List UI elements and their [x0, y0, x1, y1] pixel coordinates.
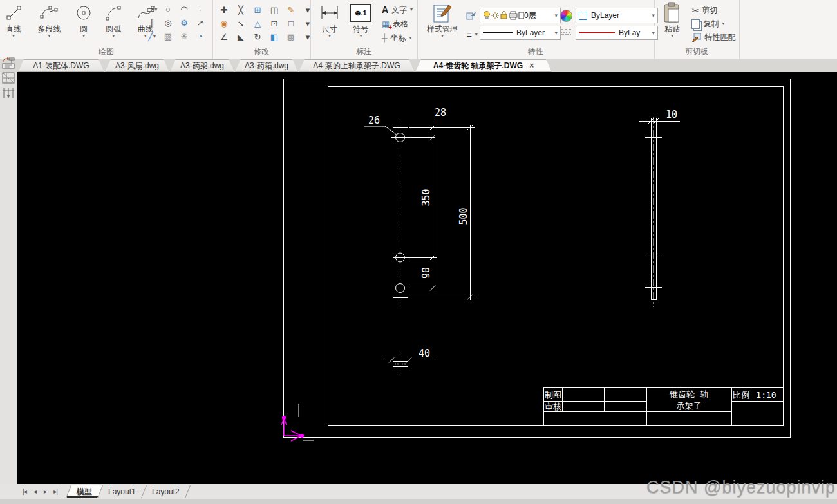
polyline-icon — [39, 1, 59, 24]
line-tool-button[interactable]: 直线 ▾ — [0, 1, 27, 45]
side-tool-icon-2[interactable] — [1, 71, 15, 84]
paste-button[interactable]: 粘贴 ▾ — [658, 1, 686, 45]
table-icon: ▦+ — [382, 19, 390, 29]
linetype-value: ByLay — [619, 28, 640, 37]
pointer-tool[interactable]: ↗ — [193, 16, 208, 30]
color-dropdown[interactable]: ByLayer ▾ — [576, 8, 658, 23]
circle-icon — [75, 1, 93, 24]
chevron-down-icon: ▾ — [671, 33, 673, 39]
dim-28: 28 — [435, 107, 446, 118]
stretch-tool[interactable]: ◫ — [267, 3, 282, 17]
doc-tab-2-label: A3-药架.dwg — [170, 59, 234, 72]
ellipse-tool[interactable]: ○ — [160, 3, 176, 16]
point-tool[interactable]: · — [193, 3, 208, 16]
doc-tab-3[interactable]: A3-药箱.dwg — [235, 59, 298, 72]
panel-label-draw: 绘图 — [0, 46, 212, 57]
sun-icon — [491, 12, 499, 19]
symbol-tool-button[interactable]: ⊕.1 符号 ▾ — [346, 1, 375, 45]
doc-tab-4[interactable]: A4-泵的上轴承架子.DWG — [299, 59, 415, 72]
tab-layout1-label: Layout1 — [108, 487, 136, 496]
leader-line-26 — [364, 126, 397, 135]
tab-model[interactable]: 模型 — [66, 485, 103, 498]
panel-clipboard: 粘贴 ▾ ✂ 剪切 复制 ▾ 特性匹配 — [654, 0, 740, 59]
chamfer-tool[interactable]: ◣ — [233, 30, 249, 44]
pie-tool[interactable]: ◔ — [193, 30, 208, 43]
trim-tool[interactable]: ╳ — [233, 3, 249, 17]
doc-tab-1-label: A3-风扇.dwg — [105, 59, 169, 72]
copy-icon — [691, 19, 700, 29]
doc-tab-2[interactable]: A3-药架.dwg — [170, 59, 234, 72]
mirror-tool[interactable]: △ — [250, 17, 265, 30]
offset-tool[interactable]: □ — [283, 17, 299, 30]
scale-value: 1:10 — [756, 390, 776, 400]
last-tab-button[interactable]: ▸| — [50, 488, 61, 495]
layer-color-swatch — [519, 12, 524, 19]
color-wheel-icon[interactable] — [560, 10, 572, 22]
parallel-lines-tool[interactable]: ∥ — [144, 16, 160, 30]
chevron-down-icon: ▾ — [410, 7, 413, 12]
dim-500: 500 — [458, 207, 469, 225]
circle-tool-button[interactable]: 圆 ▾ — [71, 1, 96, 45]
extend-tool[interactable]: ↘ — [233, 17, 249, 30]
polyline-arc-tool[interactable]: ◠ — [176, 3, 192, 16]
doc-tab-3-label: A3-药箱.dwg — [235, 59, 298, 72]
solid-edit-tool[interactable]: ◧ — [267, 30, 282, 44]
doc-tab-1[interactable]: A3-风扇.dwg — [105, 59, 169, 72]
status-bar — [0, 499, 837, 504]
erase-tool[interactable]: ✎ — [283, 3, 299, 17]
match-properties-button[interactable]: 特性匹配 — [691, 31, 735, 44]
copy-button[interactable]: 复制 ▾ — [691, 17, 735, 30]
tab-layout2[interactable]: Layout2 — [142, 485, 191, 498]
rectangle-tool[interactable]: ▭▾ — [144, 3, 160, 16]
table-tool-button[interactable]: ▦+ 表格 — [382, 17, 413, 30]
model-space-canvas[interactable]: 制图 审核 锥齿轮 轴 承架子 比例 1:10 — [17, 72, 837, 484]
text-tool-button[interactable]: A 文字 ▾ — [382, 3, 413, 16]
tab-model-label: 模型 — [77, 486, 92, 497]
explode-tool[interactable]: ▩ — [283, 30, 299, 44]
close-icon[interactable]: × — [529, 61, 534, 70]
chevron-down-icon: ▾ — [409, 35, 411, 41]
dim-40: 40 — [418, 348, 430, 359]
construction-line-tool[interactable]: ╱▾ — [144, 30, 160, 43]
arc-tool-button[interactable]: 圆弧 ▾ — [99, 1, 128, 45]
doc-tab-5-active[interactable]: A4-锥齿轮 轴承架子.DWG× — [415, 59, 552, 72]
side-tool-icon-3[interactable] — [1, 86, 15, 99]
panel-label-clipboard: 剪切板 — [654, 46, 739, 57]
polyline-tool-button[interactable]: 多段线 ▾ — [30, 1, 68, 45]
scissors-icon: ✂ — [691, 6, 699, 15]
tab-layout1[interactable]: Layout1 — [98, 485, 147, 498]
first-tab-button[interactable]: |◂ — [19, 488, 30, 495]
flange-tool[interactable]: ⚙ — [176, 16, 192, 30]
lineweight-dropdown[interactable]: ByLayer ▾ — [480, 26, 561, 40]
scale-tool[interactable]: ⊡ — [267, 17, 282, 30]
linetype-sample — [579, 32, 615, 33]
coordinate-tool-button[interactable]: ┼ 坐标 ▾ — [382, 32, 413, 44]
fillet-tool[interactable]: ∠ — [216, 30, 232, 44]
region-tool[interactable]: ◎ — [160, 16, 176, 30]
linetype-icon[interactable] — [560, 28, 572, 37]
side-tool-icon-1[interactable] — [1, 57, 15, 70]
lineweight-value: ByLayer — [516, 28, 545, 37]
text-tool-label: 文字 — [391, 5, 407, 15]
style-manager-button[interactable]: 样式管理 ▾ — [422, 1, 462, 45]
linetype-dropdown[interactable]: ByLay ▾ — [576, 26, 658, 40]
array-tool[interactable]: ⊞ — [250, 3, 265, 17]
style-manager-label: 样式管理 — [427, 24, 458, 33]
prev-tab-button[interactable]: ◂ — [30, 488, 40, 495]
rotate-tool[interactable]: ↻ — [250, 30, 265, 44]
next-tab-button[interactable]: ▸ — [40, 488, 50, 495]
panel-properties: 样式管理 ▾ ▾ ≡ ▾ — [417, 0, 655, 59]
copy-tool[interactable]: ◉ — [216, 17, 232, 30]
boundary-tool[interactable]: ✳ — [176, 30, 192, 43]
panel-draw: 直线 ▾ 多段线 ▾ 圆 ▾ — [0, 0, 213, 59]
chevron-down-icon: ▾ — [328, 33, 331, 39]
layer-dropdown[interactable]: 0层 ▾ — [480, 8, 561, 23]
chevron-down-icon: ▾ — [441, 33, 444, 39]
doc-tab-0[interactable]: A1-装配体.DWG — [18, 59, 104, 72]
panel-annotate: 尺寸 ▾ ⊕.1 符号 ▾ A 文字 ▾ — [310, 0, 418, 59]
cut-button[interactable]: ✂ 剪切 — [691, 4, 735, 17]
dimension-tool-button[interactable]: 尺寸 ▾ — [315, 1, 344, 45]
move-tool[interactable]: ✚ — [216, 3, 232, 17]
hatch-tool[interactable]: ▨ — [160, 30, 176, 43]
dimension-tool-label: 尺寸 — [322, 24, 337, 33]
